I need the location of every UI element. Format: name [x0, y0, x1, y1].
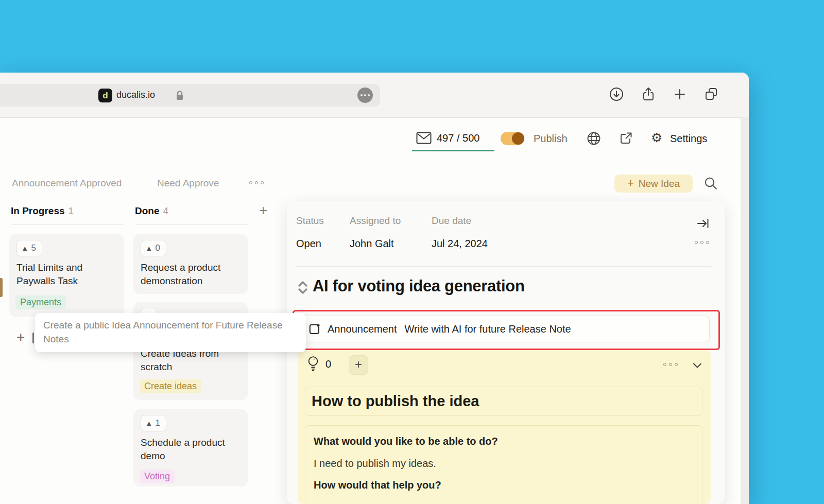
tooltip: Create a public Idea Announcement for Fu… — [35, 313, 306, 352]
status-label: Status — [296, 215, 324, 227]
new-tab-button[interactable] — [672, 86, 688, 102]
plus-icon: + — [627, 177, 634, 190]
doc-heading-block[interactable]: How to publish the idea — [305, 387, 702, 416]
highlight-red-box: Announcement Write with AI for future Re… — [293, 310, 720, 350]
left-edge-accent — [0, 278, 3, 297]
add-vote-button[interactable]: + — [349, 355, 368, 375]
language-globe-button[interactable] — [587, 131, 601, 146]
due-date-label: Due date — [432, 215, 471, 227]
quota-count: 497 / 500 — [437, 132, 479, 144]
card-title: Request a product demonstration — [141, 261, 242, 288]
card-tag: Voting — [140, 470, 175, 483]
idea-doc-panel: 0 + How to publish the idea What would y… — [298, 350, 711, 504]
tab-need-approve[interactable]: Need Approve — [157, 178, 219, 189]
card-tag: Create ideas — [140, 379, 201, 393]
sync-source-icon — [298, 281, 308, 294]
lightbulb-icon — [307, 356, 319, 372]
add-card-button[interactable]: + — [16, 329, 25, 345]
tab-overview-button[interactable] — [703, 86, 719, 102]
announcement-type-label: Announcement — [328, 323, 397, 335]
vote-badge[interactable]: ▲ 0 — [141, 240, 166, 256]
card-trial-limits[interactable]: ▲ 5 Trial Limits and Paywalls Task Payme… — [9, 234, 124, 317]
idea-detail-panel: Status Assigned to Due date Open John Ga… — [287, 201, 725, 504]
doc-body-block[interactable]: What would you like to be able to do? I … — [305, 425, 702, 504]
doc-question-2: How would that help you? — [314, 479, 694, 491]
settings-button[interactable]: Settings — [670, 133, 707, 145]
quota-progress-underline — [412, 150, 494, 151]
browser-toolbar: d ducalis.io — [0, 73, 749, 118]
vote-badge[interactable]: ▲ 5 — [16, 240, 42, 256]
screen: d ducalis.io — [0, 0, 824, 504]
card-schedule-demo[interactable]: ▲ 1 Schedule a product demo Voting — [133, 409, 248, 486]
address-bar[interactable]: d ducalis.io — [0, 84, 380, 107]
assignee-value[interactable]: John Galt — [350, 238, 394, 250]
card-title: Schedule a product demo — [141, 436, 242, 463]
vote-up-icon: ▲ — [147, 420, 151, 427]
status-value[interactable]: Open — [296, 238, 321, 250]
vote-up-icon: ▲ — [23, 245, 27, 252]
downloads-button[interactable] — [609, 86, 624, 102]
idea-title[interactable]: AI for voting idea generation — [313, 277, 525, 296]
open-external-button[interactable] — [619, 131, 633, 145]
publish-toggle[interactable] — [501, 132, 524, 145]
column-divider — [135, 224, 248, 225]
card-request-demo[interactable]: ▲ 0 Request a product demonstration — [133, 234, 248, 294]
column-divider — [11, 224, 124, 225]
share-button[interactable] — [641, 86, 656, 102]
column-header-in-progress: In Progress1 — [11, 205, 74, 217]
card-title: Trial Limits and Paywalls Task — [16, 261, 117, 288]
announcement-text: Write with AI for future Release Note — [405, 323, 571, 335]
page-settings-button[interactable] — [357, 88, 373, 103]
doc-more-button[interactable] — [663, 363, 678, 366]
browser-window: d ducalis.io — [0, 73, 749, 504]
collapse-doc-button[interactable] — [692, 360, 702, 371]
lock-icon — [175, 90, 184, 101]
panel-more-button[interactable] — [695, 241, 709, 244]
gear-icon[interactable]: ⚙ — [651, 130, 662, 145]
new-idea-button[interactable]: + New Idea — [614, 175, 693, 193]
new-idea-label: New Idea — [639, 178, 680, 189]
due-date-value[interactable]: Jul 24, 2024 — [432, 238, 488, 250]
column-count: 4 — [163, 205, 169, 216]
scrollbar[interactable] — [741, 117, 749, 504]
doc-votes-count: 0 — [325, 358, 331, 370]
card-tag: Payments — [15, 296, 66, 309]
add-column-button[interactable]: + — [259, 202, 267, 219]
doc-answer-1: I need to publish my ideas. — [314, 458, 694, 470]
publish-label: Publish — [534, 133, 568, 145]
add-card-label-sliver — [32, 333, 34, 343]
announcement-row[interactable]: Announcement Write with AI for future Re… — [299, 316, 710, 342]
tab-announcement-approved[interactable]: Announcement Approved — [12, 178, 122, 189]
quota-envelope-icon — [416, 132, 432, 144]
toggle-knob — [512, 132, 524, 145]
doc-heading: How to publish the idea — [305, 387, 702, 416]
doc-question-1: What would you like to be able to do? — [314, 436, 694, 447]
collapse-panel-button[interactable] — [696, 217, 710, 230]
search-button[interactable] — [703, 176, 718, 190]
vote-up-icon: ▲ — [147, 245, 151, 252]
url-text: ducalis.io — [116, 90, 155, 100]
announcement-icon — [308, 323, 321, 336]
tabs-more-button[interactable] — [249, 181, 264, 184]
site-favicon: d — [98, 89, 112, 102]
column-count: 1 — [68, 205, 74, 216]
vote-badge[interactable]: ▲ 1 — [141, 415, 166, 431]
column-header-done: Done4 — [135, 205, 168, 217]
assigned-label: Assigned to — [350, 215, 401, 227]
divider — [296, 266, 711, 267]
